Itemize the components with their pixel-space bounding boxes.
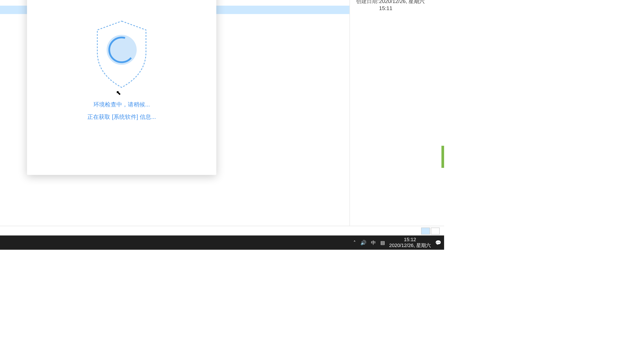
details-pane: 本地硬盘安装.exe 应用程序 🌐 修改日期:2020/10/12, 星期一 1… — [350, 0, 444, 226]
shield-icon — [88, 17, 155, 92]
tray-up-icon[interactable]: ˄ — [353, 240, 356, 245]
dialog-msg2: 正在获取 [系统软件] 信息... — [27, 113, 216, 121]
yunqishi-dialog: 联系客服 ≡ — ✕ ♞ 云骑士装机大师 www.yunqishi.net 🔌启… — [27, 0, 216, 175]
volume-icon[interactable]: 🔊 — [360, 240, 366, 245]
view-toggle — [421, 227, 440, 234]
detail-label: 创建日期: — [356, 0, 379, 11]
status-bar: 12 个项目 选中 1 个项目 27.6 MB — [0, 226, 444, 236]
notification-icon[interactable]: ▤ — [380, 240, 385, 245]
icons-view-button[interactable] — [431, 227, 440, 234]
dialog-msg1: 环境检查中，请稍候... — [27, 101, 216, 109]
scroll-thumb[interactable] — [442, 146, 444, 168]
scrollbar[interactable] — [440, 0, 444, 181]
system-tray: ˄ 🔊 中 ▤ 15:12 2020/12/26, 星期六 💬 — [353, 237, 444, 249]
svg-point-0 — [107, 35, 137, 65]
ime-indicator[interactable]: 中 — [371, 239, 376, 246]
detail-row: 创建日期:2020/12/26, 星期六 15:11 — [356, 0, 438, 11]
detail-value: 2020/12/26, 星期六 15:11 — [379, 0, 438, 11]
action-center-icon[interactable]: 💬 — [435, 240, 442, 245]
details-view-button[interactable] — [421, 227, 430, 234]
clock[interactable]: 15:12 2020/12/26, 星期六 — [389, 237, 431, 249]
dialog-body: 环境检查中，请稍候... 正在获取 [系统软件] 信息... — [27, 0, 216, 121]
taskbar: ⊞ 🔍 ⧉ 📁 🌐 ˄ 🔊 中 ▤ 15:12 2020/12/26, 星期六 … — [0, 236, 444, 250]
